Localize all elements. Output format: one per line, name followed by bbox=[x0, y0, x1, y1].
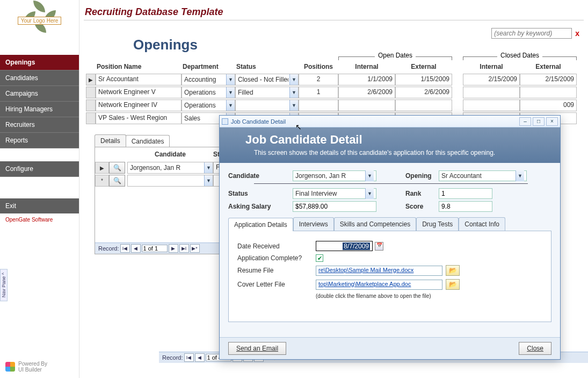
cell-open-external[interactable]: 2/6/2009 bbox=[395, 87, 452, 98]
sidebar-item-reports[interactable]: Reports bbox=[0, 133, 79, 148]
view-detail-button[interactable]: 🔍 bbox=[109, 175, 125, 187]
cell-position[interactable]: Sr Accountant bbox=[96, 74, 182, 85]
nav-pane-toggle[interactable]: Nav Pane ^ bbox=[0, 269, 8, 301]
maximize-button[interactable]: □ bbox=[533, 117, 545, 126]
last-record-button[interactable]: ▶I bbox=[179, 244, 189, 253]
cell-status[interactable]: ▼ bbox=[235, 99, 299, 111]
cell-department[interactable]: Operations▼ bbox=[182, 99, 235, 111]
openings-grid: Open Dates Closed Dates Position Name De… bbox=[86, 56, 588, 125]
app-complete-checkbox[interactable]: ✔ bbox=[316, 254, 323, 262]
chevron-down-icon[interactable]: ▼ bbox=[226, 74, 235, 85]
label-cover-file: Cover Letter File bbox=[237, 281, 316, 288]
cell-positions[interactable]: 2 bbox=[299, 74, 338, 85]
cell-open-external[interactable] bbox=[395, 99, 452, 111]
cell-position[interactable]: Network Engineer IV bbox=[96, 99, 182, 111]
tab-skills[interactable]: Skills and Competencies bbox=[334, 217, 416, 231]
calendar-icon[interactable]: 📅 bbox=[375, 242, 383, 251]
chevron-down-icon[interactable]: ▼ bbox=[365, 188, 374, 199]
browse-resume-button[interactable]: 📂 bbox=[446, 265, 460, 276]
search-input[interactable] bbox=[491, 28, 572, 39]
cell-open-internal[interactable] bbox=[338, 99, 395, 111]
vendor-link[interactable]: OpenGate Software bbox=[0, 213, 79, 226]
cand-name[interactable]: Jorgenson, Jan R▼ bbox=[127, 162, 213, 174]
cell-positions[interactable] bbox=[299, 99, 338, 111]
sidebar-item-exit[interactable]: Exit bbox=[0, 198, 79, 213]
minimize-button[interactable]: – bbox=[519, 117, 531, 126]
sidebar-item-recruiters[interactable]: Recruiters bbox=[0, 117, 79, 133]
sidebar-item-candidates[interactable]: Candidates bbox=[0, 70, 79, 86]
cell-position[interactable]: VP Sales - West Region bbox=[96, 112, 182, 124]
record-position[interactable] bbox=[142, 245, 168, 252]
recnav-label: Record: bbox=[162, 354, 183, 361]
prev-record-button[interactable]: ◀ bbox=[195, 353, 205, 362]
uibuilder-icon bbox=[5, 362, 15, 372]
chevron-down-icon[interactable]: ▼ bbox=[226, 100, 235, 111]
magnifier-icon: 🔍 bbox=[113, 164, 121, 172]
new-record-button[interactable]: ▶* bbox=[190, 244, 200, 253]
cell-status[interactable]: Filled▼ bbox=[235, 87, 299, 98]
cell-closed-external[interactable] bbox=[520, 87, 577, 98]
tab-application-details[interactable]: Application Details bbox=[228, 218, 293, 231]
chevron-down-icon[interactable]: ▼ bbox=[204, 162, 213, 173]
cover-letter-file-link[interactable]: top\Marketing\Marketplace App.doc bbox=[316, 280, 442, 290]
cand-name[interactable]: ▼ bbox=[127, 175, 213, 187]
chevron-down-icon[interactable]: ▼ bbox=[204, 175, 213, 186]
status-select[interactable]: Final Interview▼ bbox=[293, 188, 376, 199]
chevron-down-icon[interactable]: ▼ bbox=[226, 87, 235, 98]
tab-interviews[interactable]: Interviews bbox=[293, 217, 334, 231]
tab-details[interactable]: Details bbox=[95, 134, 126, 147]
score-input[interactable] bbox=[439, 201, 492, 212]
cell-department[interactable]: Accounting▼ bbox=[182, 74, 235, 85]
cell-open-internal[interactable]: 2/6/2009 bbox=[338, 87, 395, 98]
cell-closed-internal[interactable] bbox=[463, 99, 520, 111]
tab-drug-tests[interactable]: Drug Tests bbox=[416, 217, 459, 231]
cell-closed-external[interactable]: 009 bbox=[520, 99, 577, 111]
close-button[interactable]: Close bbox=[519, 342, 551, 355]
application-details-panel: Date Received 8/7/2009 📅 Application Com… bbox=[228, 231, 551, 322]
sidebar-item-campaigns[interactable]: Campaigns bbox=[0, 86, 79, 102]
prev-record-button[interactable]: ◀ bbox=[131, 244, 141, 253]
cell-closed-internal[interactable]: 2/15/2009 bbox=[463, 74, 520, 85]
chevron-down-icon[interactable]: ▼ bbox=[289, 87, 298, 98]
chevron-down-icon[interactable]: ▼ bbox=[365, 170, 374, 181]
row-selector[interactable] bbox=[86, 99, 96, 111]
sidebar-item-configure[interactable]: Configure bbox=[0, 161, 79, 177]
sidebar-item-hiring-managers[interactable]: Hiring Managers bbox=[0, 102, 79, 117]
row-selector[interactable] bbox=[86, 87, 96, 98]
opening-select[interactable]: Sr Accountant▼ bbox=[439, 170, 527, 181]
asking-salary-input[interactable] bbox=[293, 201, 376, 212]
candidate-select[interactable]: Jorgenson, Jan R▼ bbox=[293, 170, 376, 181]
row-selector[interactable] bbox=[86, 112, 96, 124]
cell-department[interactable]: Operations▼ bbox=[182, 87, 235, 98]
next-record-button[interactable]: ▶ bbox=[169, 244, 178, 253]
row-selector-new[interactable]: * bbox=[95, 175, 109, 187]
cell-open-external[interactable]: 1/15/2009 bbox=[395, 74, 452, 85]
clear-search-icon[interactable]: x bbox=[575, 29, 579, 38]
tab-contact-info[interactable]: Contact Info bbox=[459, 217, 505, 231]
date-received-input[interactable]: 8/7/2009 bbox=[316, 241, 373, 251]
cell-position[interactable]: Network Engineer V bbox=[96, 87, 182, 98]
col-closed-external: External bbox=[520, 62, 577, 72]
close-window-button[interactable]: × bbox=[546, 117, 558, 126]
chevron-down-icon[interactable]: ▼ bbox=[516, 170, 524, 181]
view-detail-button[interactable]: 🔍 bbox=[109, 162, 125, 174]
browse-cover-button[interactable]: 📂 bbox=[446, 279, 460, 290]
cell-positions[interactable]: 1 bbox=[299, 87, 338, 98]
row-selector[interactable]: ▶ bbox=[86, 74, 96, 85]
cell-status[interactable]: Closed - Not Filled▼ bbox=[235, 74, 299, 85]
sidebar-item-openings[interactable]: Openings bbox=[0, 55, 79, 70]
cell-closed-internal[interactable] bbox=[463, 87, 520, 98]
col-open-external: External bbox=[395, 62, 452, 72]
chevron-down-icon[interactable]: ▼ bbox=[289, 100, 298, 111]
chevron-down-icon[interactable]: ▼ bbox=[289, 74, 298, 85]
dialog-subtitle: This screen shows the details of this ca… bbox=[254, 149, 551, 156]
rank-input[interactable] bbox=[439, 188, 492, 199]
cell-closed-external[interactable]: 2/15/2009 bbox=[520, 74, 577, 85]
send-email-button[interactable]: Send an Email bbox=[228, 342, 286, 355]
tab-candidates[interactable]: Candidates bbox=[126, 135, 170, 147]
first-record-button[interactable]: I◀ bbox=[120, 244, 130, 253]
first-record-button[interactable]: I◀ bbox=[184, 353, 194, 362]
resume-file-link[interactable]: re\Desktop\Sample Mail Merge.docx bbox=[316, 266, 442, 276]
cell-open-internal[interactable]: 1/1/2009 bbox=[338, 74, 395, 85]
row-selector[interactable]: ▶ bbox=[95, 162, 109, 174]
